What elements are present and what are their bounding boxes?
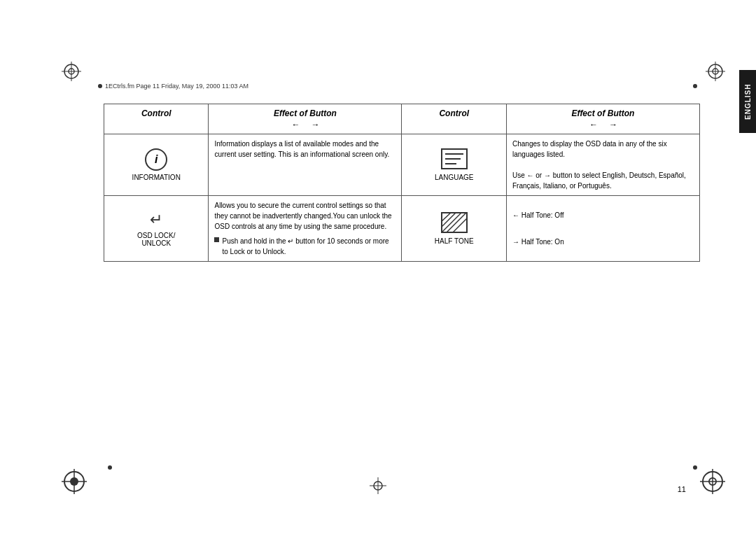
osdlock-effect-text: Allows you to secure the current control… (214, 202, 391, 230)
corner-tl-outer (62, 62, 81, 83)
svg-line-28 (442, 213, 461, 232)
corner-br-outer (700, 469, 725, 496)
info-icon: i (145, 148, 167, 171)
table-row: ↵ OSD LOCK/UNLOCK Allows you to secure t… (104, 196, 700, 262)
svg-line-32 (453, 218, 467, 232)
corner-tr-dot (692, 83, 699, 91)
lang-effect-cell: Changes to display the OSD data in any o… (506, 134, 699, 196)
main-table-container: Control Effect of Button ← → Control Eff… (104, 104, 700, 262)
svg-point-4 (98, 84, 102, 88)
lang-effect-detail: Use ← or → button to select English, Deu… (512, 171, 686, 190)
file-info: 1ECtrls.fm Page 11 Friday, May 19, 2000 … (105, 83, 248, 90)
page-number: 11 (678, 485, 686, 493)
halftone-effect-right: → Half Tone: On (512, 237, 694, 247)
svg-line-29 (447, 212, 467, 232)
bullet-square (214, 237, 219, 242)
info-control-cell: i INFORMATION (104, 134, 209, 196)
col3-header: Control (402, 104, 506, 134)
lang-effect-text: Changes to display the OSD data in any o… (512, 140, 667, 158)
english-tab: ENGLISH (739, 70, 756, 133)
halftone-control-cell: HALF TONE (402, 196, 506, 262)
osdlock-bullet: Push and hold in the ↵ button for 10 sec… (214, 236, 396, 257)
col1-header: Control (104, 104, 209, 134)
osdlock-control-cell: ↵ OSD LOCK/UNLOCK (104, 196, 209, 262)
info-effect-cell: Information displays a list of available… (209, 134, 402, 196)
corner-tr-outer (706, 62, 725, 83)
info-label: INFORMATION (110, 174, 202, 181)
halftone-effect-cell: ← Half Tone: Off → Half Tone: On (506, 196, 699, 262)
controls-table: Control Effect of Button ← → Control Eff… (104, 104, 700, 262)
osdlock-bullet-text: Push and hold in the ↵ button for 10 sec… (222, 236, 396, 257)
info-effect-text: Information displays a list of available… (214, 140, 389, 158)
corner-bc-outer (370, 477, 386, 496)
corner-br-dot (692, 464, 699, 472)
lang-control-cell: LANGUAGE (402, 134, 506, 196)
corner-bl-outer (62, 469, 87, 496)
osdlock-label: OSD LOCK/UNLOCK (110, 232, 202, 247)
svg-point-14 (108, 465, 112, 470)
svg-point-9 (693, 84, 697, 88)
corner-tl-dot (97, 83, 104, 91)
col4-header: Effect of Button ← → (506, 104, 699, 134)
lang-label: LANGUAGE (407, 174, 500, 181)
col2-arrows: ← → (214, 120, 396, 129)
svg-point-22 (693, 465, 697, 470)
col4-arrows: ← → (512, 120, 694, 129)
corner-bl-dot (106, 464, 113, 472)
halftone-icon (441, 212, 468, 234)
svg-line-31 (441, 212, 451, 222)
osdlock-effect-cell: Allows you to secure the current control… (209, 196, 402, 262)
halftone-label: HALF TONE (407, 237, 500, 245)
col2-header: Effect of Button ← → (209, 104, 402, 134)
halftone-effect-left: ← Half Tone: Off (512, 210, 694, 220)
enter-icon: ↵ (110, 211, 202, 229)
lang-icon (441, 148, 468, 171)
table-row: i INFORMATION Information displays a lis… (104, 134, 700, 196)
